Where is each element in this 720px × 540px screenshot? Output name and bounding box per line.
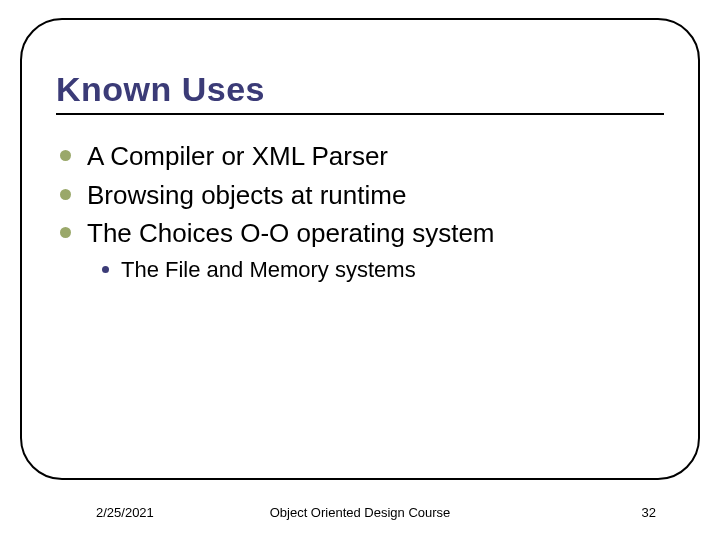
slide: Known Uses A Compiler or XML Parser Brow… — [0, 0, 720, 540]
list-item-text: The Choices O-O operating system — [87, 217, 495, 250]
list-item: The Choices O-O operating system — [60, 217, 664, 250]
list-item: Browsing objects at runtime — [60, 179, 664, 212]
sub-list-item-text: The File and Memory systems — [121, 256, 416, 284]
bullet-icon — [60, 189, 71, 200]
list-item-text: Browsing objects at runtime — [87, 179, 406, 212]
slide-content: A Compiler or XML Parser Browsing object… — [60, 140, 664, 283]
footer-course: Object Oriented Design Course — [0, 505, 720, 520]
bullet-icon — [60, 150, 71, 161]
bullet-icon — [60, 227, 71, 238]
sub-bullet-icon — [102, 266, 109, 273]
list-item-text: A Compiler or XML Parser — [87, 140, 388, 173]
list-item: A Compiler or XML Parser — [60, 140, 664, 173]
footer-page-number: 32 — [642, 505, 656, 520]
slide-footer: 2/25/2021 Object Oriented Design Course … — [0, 496, 720, 520]
slide-title: Known Uses — [56, 70, 664, 109]
sub-list-item: The File and Memory systems — [102, 256, 664, 284]
title-underline: Known Uses — [56, 70, 664, 115]
